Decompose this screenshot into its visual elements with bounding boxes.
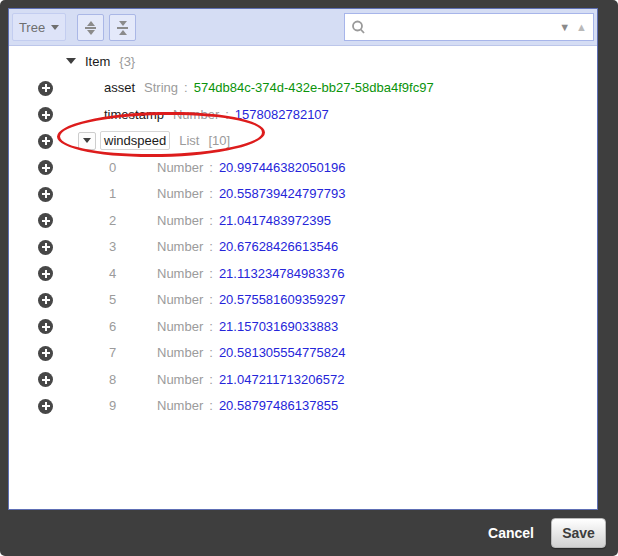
tree-mode-dropdown[interactable]: Tree	[12, 13, 66, 41]
editor-toolbar: Tree ▼ ▲	[9, 9, 597, 46]
item-type: Number	[157, 398, 203, 413]
tree-row-windspeed-6: 6 Number : 21.15703169033883	[9, 313, 597, 340]
node-count: {3}	[119, 54, 135, 69]
search-icon	[351, 20, 366, 35]
tree-row-windspeed-9: 9 Number : 20.58797486137855	[9, 393, 597, 420]
node-field: Item	[85, 54, 110, 69]
item-value[interactable]: 20.67628426613546	[219, 239, 338, 254]
item-value[interactable]: 20.581305554775824	[219, 345, 346, 360]
item-index: 1	[109, 186, 157, 201]
item-value[interactable]: 20.575581609359297	[219, 292, 346, 307]
tree-row-windspeed-5: 5 Number : 20.575581609359297	[9, 287, 597, 314]
item-type: Number	[157, 345, 203, 360]
item-value[interactable]: 20.58797486137855	[219, 398, 338, 413]
item-type: Number	[157, 160, 203, 175]
item-value[interactable]: 21.15703169033883	[219, 319, 338, 334]
item-value[interactable]: 20.997446382050196	[219, 160, 346, 175]
editor-content: Tree ▼ ▲	[8, 8, 598, 510]
item-value[interactable]: 21.047211713206572	[219, 372, 345, 387]
save-button[interactable]: Save	[551, 518, 606, 548]
node-value[interactable]: 1578082782107	[235, 107, 329, 122]
tree-row-windspeed-0: 0 Number : 20.997446382050196	[9, 154, 597, 181]
item-index: 5	[109, 292, 157, 307]
context-menu-icon[interactable]	[38, 107, 53, 122]
tree-row-windspeed-8: 8 Number : 21.047211713206572	[9, 366, 597, 393]
item-value[interactable]: 21.113234784983376	[219, 266, 345, 281]
context-menu-icon[interactable]	[38, 160, 53, 175]
tree-row-windspeed-1: 1 Number : 20.558739424797793	[9, 181, 597, 208]
search-input[interactable]	[372, 19, 553, 36]
tree-row-timestamp: timestamp Number : 1578082782107	[9, 101, 597, 128]
context-menu-icon[interactable]	[38, 213, 53, 228]
node-field[interactable]: timestamp	[104, 107, 164, 122]
tree-row-windspeed-4: 4 Number : 21.113234784983376	[9, 260, 597, 287]
context-menu-icon[interactable]	[38, 372, 53, 387]
item-type: Number	[157, 292, 203, 307]
context-menu-icon[interactable]	[38, 293, 53, 308]
expand-all-button[interactable]	[77, 14, 104, 41]
context-menu-icon[interactable]	[38, 346, 53, 361]
collapse-all-icon	[119, 21, 127, 26]
tree-row-windspeed: windspeed List [10]	[9, 128, 597, 155]
node-field[interactable]: asset	[104, 80, 135, 95]
item-index: 2	[109, 213, 157, 228]
item-value[interactable]: 20.558739424797793	[219, 186, 346, 201]
chevron-down-icon	[51, 25, 59, 30]
node-count: [10]	[208, 133, 230, 148]
tree-mode-label: Tree	[19, 20, 45, 35]
search-box: ▼ ▲	[344, 13, 594, 41]
item-index: 4	[109, 266, 157, 281]
collapse-icon	[83, 138, 91, 143]
tree-row-windspeed-3: 3 Number : 20.67628426613546	[9, 234, 597, 261]
item-value[interactable]: 21.0417483972395	[219, 213, 331, 228]
node-field[interactable]: windspeed	[100, 131, 170, 150]
tree-row-windspeed-7: 7 Number : 20.581305554775824	[9, 340, 597, 367]
item-index: 0	[109, 160, 157, 175]
item-index: 3	[109, 239, 157, 254]
context-menu-icon[interactable]	[38, 240, 53, 255]
item-type: Number	[157, 372, 203, 387]
item-type: Number	[157, 239, 203, 254]
context-menu-icon[interactable]	[38, 319, 53, 334]
collapse-icon[interactable]	[66, 58, 76, 64]
node-type: List	[179, 133, 199, 148]
context-menu-icon[interactable]	[38, 134, 53, 149]
item-index: 8	[109, 372, 157, 387]
context-menu-icon[interactable]	[38, 81, 53, 96]
node-value[interactable]: 574db84c-374d-432e-bb27-58dba4f9fc97	[194, 80, 434, 95]
tree-row-windspeed-2: 2 Number : 21.0417483972395	[9, 207, 597, 234]
node-type: String	[144, 80, 178, 95]
tree-row-root: Item {3}	[9, 48, 597, 75]
item-type: Number	[157, 266, 203, 281]
search-next-icon[interactable]: ▼	[559, 22, 570, 33]
collapse-button[interactable]	[78, 132, 96, 150]
item-type: Number	[157, 213, 203, 228]
context-menu-icon[interactable]	[38, 187, 53, 202]
context-menu-icon[interactable]	[38, 399, 53, 414]
json-editor-dialog: Tree ▼ ▲	[0, 0, 618, 556]
tree-row-asset: asset String : 574db84c-374d-432e-bb27-5…	[9, 75, 597, 102]
item-index: 9	[109, 398, 157, 413]
search-previous-icon[interactable]: ▲	[576, 22, 587, 33]
dialog-footer: Cancel Save	[0, 510, 618, 556]
expand-all-icon	[87, 21, 95, 26]
collapse-all-button[interactable]	[109, 14, 136, 41]
item-index: 6	[109, 319, 157, 334]
item-index: 7	[109, 345, 157, 360]
item-type: Number	[157, 319, 203, 334]
cancel-button[interactable]: Cancel	[488, 525, 534, 541]
json-tree: Item {3} asset String : 574db84c-374d-43…	[9, 46, 597, 419]
context-menu-icon[interactable]	[38, 266, 53, 281]
node-type: Number	[173, 107, 219, 122]
item-type: Number	[157, 186, 203, 201]
